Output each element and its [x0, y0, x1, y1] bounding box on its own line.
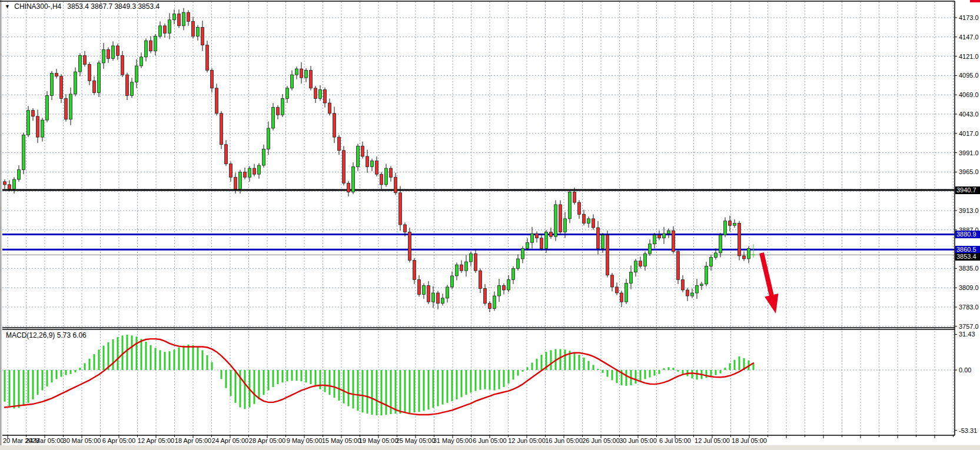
svg-text:31.43: 31.43 [959, 331, 975, 338]
time-axis-label: 12 Apr 05:00 [138, 437, 174, 444]
ohlc-readout: 3853.4 3867.7 3849.3 3853.4 [67, 2, 160, 11]
time-axis-label: 19 May 05:00 [359, 437, 398, 444]
svg-text:4017.0: 4017.0 [959, 130, 979, 137]
window-bottom-strip [0, 445, 980, 450]
time-axis-label: 30 Mar 05:00 [63, 437, 101, 444]
svg-text:3809.0: 3809.0 [959, 284, 979, 291]
svg-text:4121.0: 4121.0 [959, 53, 979, 60]
svg-text:-53.31: -53.31 [959, 427, 977, 434]
price-panel[interactable] [2, 8, 955, 312]
down-arrow-annotation[interactable] [762, 253, 778, 314]
time-axis-label: 18 Jul 05:00 [732, 437, 767, 444]
current-price-box: 3853.4 [955, 253, 980, 261]
macd-signal-value: 6.06 [72, 331, 86, 339]
level-price-box-3940.7: 3940.7 [955, 186, 980, 194]
svg-text:0.00: 0.00 [959, 366, 971, 374]
chart-title: ▼ CHINA300-,H4 3853.4 3867.7 3849.3 3853… [5, 2, 160, 11]
time-axis-label: 9 May 05:00 [287, 437, 323, 444]
svg-text:3965.0: 3965.0 [959, 168, 979, 175]
time-axis-label: 25 May 05:00 [396, 437, 436, 444]
svg-text:3757.0: 3757.0 [959, 323, 979, 330]
macd-indicator-label: MACD(12,26,9) 5.73 6.06 [6, 331, 87, 339]
svg-text:4147.0: 4147.0 [959, 34, 979, 41]
svg-text:3991.0: 3991.0 [959, 149, 979, 156]
chart-window: 4173.04147.04121.04095.04069.04043.04017… [0, 0, 980, 450]
svg-text:3835.0: 3835.0 [959, 265, 979, 272]
time-axis-label: 24 Mar 05:00 [26, 437, 64, 444]
time-axis-label: 12 Jun 05:00 [508, 437, 546, 444]
grid [2, 2, 955, 435]
time-axis-label: 26 Jun 05:00 [582, 437, 620, 444]
time-axis-label: 16 Jun 05:00 [545, 437, 583, 444]
symbol-period-label: CHINA300-,H4 [14, 2, 61, 11]
level-price-box-3880.9: 3880.9 [955, 231, 980, 238]
svg-text:4069.0: 4069.0 [959, 91, 979, 98]
svg-text:3913.0: 3913.0 [959, 207, 979, 214]
chart-canvas[interactable]: 4173.04147.04121.04095.04069.04043.04017… [0, 0, 980, 450]
time-axis-label: 28 Apr 05:00 [249, 437, 285, 444]
time-axis-label: 6 Jul 05:00 [659, 437, 691, 444]
time-axis-label: 15 May 05:00 [322, 437, 361, 444]
time-axis-label: 12 Jul 05:00 [695, 437, 730, 444]
macd-panel[interactable] [5, 335, 753, 415]
time-axis-label: 31 May 05:00 [433, 437, 473, 444]
svg-text:4173.0: 4173.0 [959, 14, 979, 21]
time-axis-label: 6 Apr 05:00 [102, 437, 135, 444]
chart-menu-icon[interactable]: ▼ [5, 4, 10, 9]
time-axis-label: 18 Apr 05:00 [175, 437, 211, 444]
svg-text:4043.0: 4043.0 [959, 111, 979, 118]
time-axis-label: 30 Jun 05:00 [619, 437, 657, 444]
time-axis-label: 24 Apr 05:00 [212, 437, 248, 444]
time-axis-label: 6 Jun 05:00 [473, 437, 507, 444]
svg-text:4095.0: 4095.0 [959, 72, 979, 79]
window-close-sliver-icon[interactable] [970, 0, 980, 2]
macd-value: 5.73 [57, 331, 71, 339]
svg-text:3783.0: 3783.0 [959, 304, 979, 311]
